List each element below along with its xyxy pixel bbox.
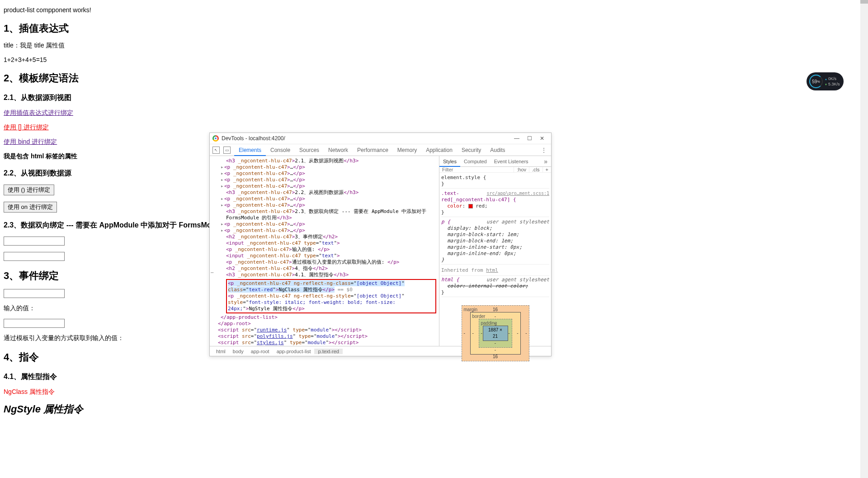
ngclass-demo-text: NgClass 属性指令 bbox=[4, 388, 864, 396]
section-2-heading: 2、模板绑定语法 bbox=[4, 71, 864, 85]
ua-stylesheet-label: user agent stylesheet bbox=[486, 277, 549, 283]
tab-console[interactable]: Console bbox=[266, 144, 295, 156]
tab-application[interactable]: Application bbox=[421, 144, 457, 156]
dom-node[interactable]: ▸<p _ngcontent-hlu-c47>…</p> bbox=[213, 164, 439, 170]
ngstyle-demo-text: NgStyle 属性指令 bbox=[4, 402, 864, 416]
link-interpolation-binding[interactable]: 使用插值表达式进行绑定 bbox=[4, 109, 73, 116]
two-way-input-1[interactable] bbox=[4, 237, 65, 246]
two-way-input-2[interactable] bbox=[4, 252, 65, 261]
ua-stylesheet-label: user agent stylesheet bbox=[486, 219, 549, 225]
tab-performance[interactable]: Performance bbox=[353, 144, 393, 156]
crumb-app-product-list[interactable]: app-product-list bbox=[273, 349, 315, 354]
window-maximize-button[interactable]: ☐ bbox=[523, 135, 536, 142]
elements-tree[interactable]: ⋯ <h3 _ngcontent-hlu-c47>2.1、从数据源到视图</h3… bbox=[210, 156, 439, 346]
box-model-content-size: 1887 × 21 bbox=[483, 326, 508, 341]
crumb-app-root[interactable]: app-root bbox=[247, 349, 273, 354]
new-style-rule-button[interactable]: + bbox=[542, 167, 551, 172]
section-1-heading: 1、插值表达式 bbox=[4, 22, 864, 35]
dom-node[interactable]: <h2 _ngcontent-hlu-c47>3、事件绑定</h2> bbox=[213, 234, 439, 240]
dom-node[interactable]: ▸<p _ngcontent-hlu-c47>…</p> bbox=[213, 183, 439, 189]
link-bracket-binding[interactable]: 使用 [] 进行绑定 bbox=[4, 123, 49, 131]
rule-selector: html { bbox=[441, 277, 459, 283]
styles-subtabs: Styles Computed Event Listeners » bbox=[439, 156, 551, 167]
devtools-window-title: DevTools - localhost:4200/ bbox=[222, 135, 285, 142]
cpu-usage-ring: 59% bbox=[809, 75, 823, 88]
tab-audits[interactable]: Audits bbox=[486, 144, 509, 156]
subtab-computed[interactable]: Computed bbox=[460, 156, 491, 167]
color-swatch-icon[interactable] bbox=[468, 204, 473, 208]
page-scrollbar[interactable] bbox=[860, 0, 868, 478]
hov-toggle[interactable]: :hov bbox=[514, 167, 529, 172]
title-value-line: title：我是 title 属性值 bbox=[4, 42, 864, 50]
crumb-body[interactable]: body bbox=[229, 349, 247, 354]
event-input-2[interactable] bbox=[4, 319, 65, 328]
dom-node[interactable]: ▸<p _ngcontent-hlu-c47>…</p> bbox=[213, 221, 439, 227]
box-model-diagram[interactable]: margin 16 16 - - border - - - - paddin bbox=[462, 305, 529, 361]
event-input-1[interactable] bbox=[4, 289, 65, 298]
download-speed: 5.3K/s bbox=[825, 82, 840, 86]
dom-node[interactable]: <h3 _ngcontent-hlu-c47>4.1、属性型指令</h3> bbox=[213, 272, 439, 278]
tab-security[interactable]: Security bbox=[457, 144, 486, 156]
sum-line: 1+2+3+4+5=15 bbox=[4, 56, 864, 63]
tab-memory[interactable]: Memory bbox=[393, 144, 421, 156]
dom-node[interactable]: <p _ngcontent-hlu-c47>通过模板引入变量的方式获取到输入的值… bbox=[213, 259, 439, 265]
subtab-styles[interactable]: Styles bbox=[439, 156, 460, 167]
component-works-text: product-list compponent works! bbox=[4, 6, 864, 14]
highlighted-dom-selection[interactable]: <p _ngcontent-hlu-c47 ng-reflect-ng-clas… bbox=[226, 279, 436, 313]
rule-source-link[interactable]: src/app\pro…ment.scss:1 bbox=[487, 190, 549, 197]
selected-line-indicator: ⋯ bbox=[211, 270, 214, 276]
dom-node[interactable]: ▸<p _ngcontent-hlu-c47>…</p> bbox=[213, 227, 439, 234]
dom-node[interactable]: </app-root> bbox=[213, 321, 439, 327]
window-close-button[interactable]: ✕ bbox=[536, 135, 548, 142]
dom-node[interactable]: <h3 _ngcontent-hlu-c47>2.2、从视图到数据源</h3> bbox=[213, 189, 439, 196]
on-binding-button[interactable]: 使用 on 进行绑定 bbox=[4, 202, 57, 213]
crumb-p-text-red[interactable]: p.text-red bbox=[314, 349, 342, 354]
dom-node[interactable]: <script src="styles.js" type="module"></… bbox=[213, 340, 439, 346]
section-2-1-heading: 2.1、从数据源到视图 bbox=[4, 93, 864, 103]
inspect-element-button[interactable]: ↖ bbox=[212, 147, 220, 154]
dom-node[interactable]: <input _ngcontent-hlu-c47 type="text"> bbox=[213, 240, 439, 246]
rule-selector: p { bbox=[441, 219, 450, 225]
section-4-1-heading: 4.1、属性型指令 bbox=[4, 372, 864, 382]
cls-toggle[interactable]: .cls bbox=[529, 167, 542, 172]
devtools-window: DevTools - localhost:4200/ — ☐ ✕ ↖ ▭ Ele… bbox=[209, 133, 552, 356]
dom-node[interactable]: <h2 _ngcontent-hlu-c47>4、指令</h2> bbox=[213, 265, 439, 272]
network-speed-widget[interactable]: 59% 0K/s 5.3K/s bbox=[807, 72, 844, 90]
dom-node[interactable]: <input _ngcontent-hlu-c47 type="text"> bbox=[213, 253, 439, 259]
device-toolbar-button[interactable]: ▭ bbox=[223, 147, 231, 154]
tab-network[interactable]: Network bbox=[324, 144, 353, 156]
chrome-icon bbox=[212, 135, 219, 142]
html-attr-bold-text: 我是包含 html 标签的属性 bbox=[4, 152, 77, 160]
devtools-titlebar[interactable]: DevTools - localhost:4200/ — ☐ ✕ bbox=[210, 133, 551, 144]
styles-filter-row: :hov .cls + bbox=[439, 167, 551, 173]
devtools-main-tabs: ↖ ▭ Elements Console Sources Network Per… bbox=[210, 144, 551, 156]
dom-node[interactable]: <h3 _ngcontent-hlu-c47>2.1、从数据源到视图</h3> bbox=[213, 158, 439, 164]
subtab-event-listeners[interactable]: Event Listeners bbox=[491, 156, 532, 167]
scrollbar-thumb[interactable] bbox=[860, 0, 868, 4]
dom-node[interactable]: <script src="polyfills.js" type="module"… bbox=[213, 333, 439, 340]
styles-panel: Styles Computed Event Listeners » :hov .… bbox=[439, 156, 551, 346]
dom-node[interactable]: <script src="runtime.js" type="module"><… bbox=[213, 327, 439, 333]
subtabs-more-icon[interactable]: » bbox=[540, 158, 551, 165]
window-minimize-button[interactable]: — bbox=[510, 135, 523, 142]
devtools-more-button[interactable]: ⋮ bbox=[537, 147, 551, 153]
inherited-from-row: Inherited from html bbox=[441, 265, 549, 276]
crumb-html[interactable]: html bbox=[212, 349, 229, 354]
link-bind-binding[interactable]: 使用 bind 进行绑定 bbox=[4, 138, 57, 145]
dom-node[interactable]: ▸<p _ngcontent-hlu-c47>…</p> bbox=[213, 170, 439, 177]
upload-speed: 0K/s bbox=[825, 76, 840, 81]
tab-sources[interactable]: Sources bbox=[295, 144, 324, 156]
element-style-selector: element.style { bbox=[441, 175, 486, 180]
dom-node[interactable]: ▸<p _ngcontent-hlu-c47>…</p> bbox=[213, 196, 439, 202]
dom-node[interactable]: ▸<p _ngcontent-hlu-c47>…</p> bbox=[213, 177, 439, 183]
styles-filter-input[interactable] bbox=[439, 167, 514, 172]
tab-elements[interactable]: Elements bbox=[234, 144, 266, 156]
inherited-from-link[interactable]: html bbox=[486, 267, 498, 273]
dom-node[interactable]: <p _ngcontent-hlu-c47>输入的值: </p> bbox=[213, 246, 439, 253]
paren-binding-button[interactable]: 使用 () 进行绑定 bbox=[4, 185, 54, 195]
styles-rules-list[interactable]: element.style {} src/app\pro…ment.scss:1… bbox=[439, 173, 551, 362]
dom-node[interactable]: ▸<p _ngcontent-hlu-c47>…</p> bbox=[213, 202, 439, 208]
dom-node[interactable]: <h3 _ngcontent-hlu-c47>2.3、数据双向绑定 --- 需要… bbox=[213, 208, 439, 221]
dom-node[interactable]: </app-product-list> bbox=[213, 314, 439, 321]
